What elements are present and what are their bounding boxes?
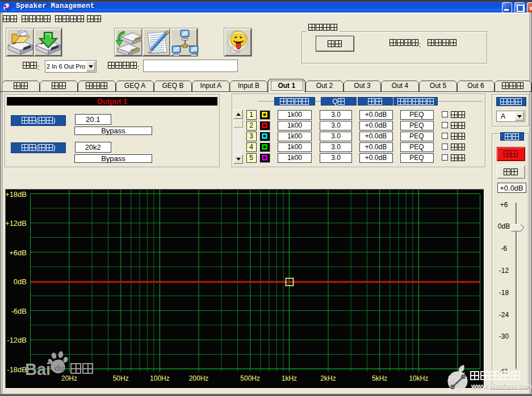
svg-text:10kHz: 10kHz (409, 374, 428, 382)
svg-text:5kHz: 5kHz (372, 374, 387, 382)
svg-text:-18dB: -18dB (7, 365, 27, 374)
svg-text:du: du (55, 364, 64, 373)
svg-text:-12dB: -12dB (7, 336, 27, 344)
svg-text:20Hz: 20Hz (61, 374, 77, 382)
svg-text:-6dB: -6dB (11, 307, 27, 315)
svg-text:50Hz: 50Hz (113, 374, 129, 382)
svg-text:2kHz: 2kHz (320, 374, 336, 382)
svg-text:0dB: 0dB (14, 277, 27, 286)
svg-text:500Hz: 500Hz (240, 374, 260, 382)
svg-text:200Hz: 200Hz (189, 374, 209, 382)
svg-text:+6dB: +6dB (9, 248, 27, 257)
svg-text:1kHz: 1kHz (282, 374, 297, 382)
svg-text:+18dB: +18dB (6, 190, 27, 199)
svg-text:+12dB: +12dB (6, 219, 27, 228)
svg-text:100Hz: 100Hz (150, 374, 170, 382)
